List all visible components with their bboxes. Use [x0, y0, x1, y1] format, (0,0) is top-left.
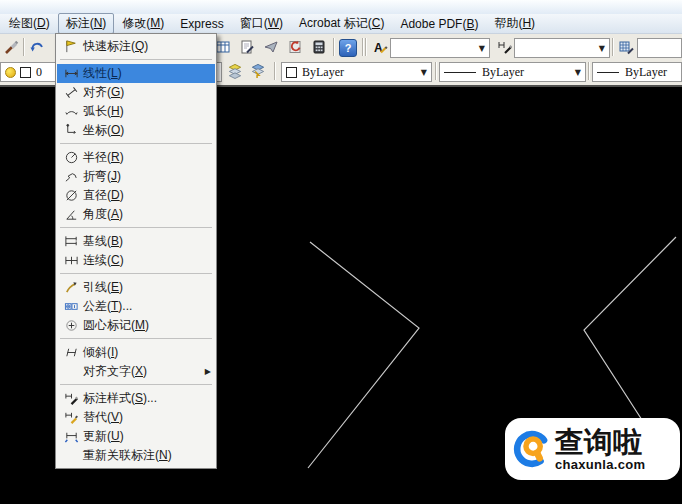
- toolbar-separator: [612, 38, 614, 56]
- color-value: ByLayer: [302, 65, 344, 80]
- menubar-item-2[interactable]: 修改(M): [114, 13, 172, 34]
- toolbar-separator: [435, 62, 437, 80]
- menu-item-0[interactable]: 快速标注(Q): [57, 37, 215, 56]
- menu-item-12[interactable]: 基线(B): [57, 232, 215, 251]
- menu-item-label: 对齐文字(X): [83, 363, 205, 380]
- menu-separator: [60, 384, 212, 385]
- menu-item-label: 圆心标记(M): [83, 317, 213, 334]
- menu-item-5[interactable]: 坐标(O): [57, 121, 215, 140]
- menu-item-7[interactable]: 半径(R): [57, 148, 215, 167]
- toolbar-separator: [362, 38, 364, 56]
- menu-item-label: 半径(R): [83, 149, 213, 166]
- menu-item-16[interactable]: 公差(T)...: [57, 297, 215, 316]
- menu-item-23[interactable]: 替代(V): [57, 408, 215, 427]
- tolerance-icon: [59, 299, 83, 314]
- linetype-value: ByLayer: [482, 65, 524, 80]
- menu-item-label: 对齐(G): [83, 84, 213, 101]
- menu-item-13[interactable]: 连续(C): [57, 251, 215, 270]
- layer-name: 0: [36, 65, 42, 80]
- menubar-item-3[interactable]: Express: [172, 15, 231, 33]
- menu-item-label: 坐标(O): [83, 122, 213, 139]
- submenu-arrow-icon: ▶: [205, 367, 211, 376]
- lineweight-value: ByLayer: [625, 65, 667, 80]
- table-style-button[interactable]: [617, 38, 635, 56]
- window-top-strip: [0, 0, 682, 14]
- color-combobox[interactable]: ByLayer ▼: [281, 62, 432, 82]
- baseline-icon: [59, 234, 83, 249]
- menu-item-19[interactable]: 倾斜(I): [57, 343, 215, 362]
- text-style-combobox[interactable]: ▼: [390, 38, 490, 58]
- menu-item-17[interactable]: 圆心标记(M): [57, 316, 215, 335]
- leader-icon: [59, 280, 83, 295]
- autocad-window: 绘图(D)标注(N)修改(M)Express窗口(W)Acrobat 标记(C)…: [0, 0, 682, 504]
- menu-item-4[interactable]: 弧长(H): [57, 102, 215, 121]
- markup-sheet-button[interactable]: [238, 38, 256, 56]
- linear-dimension-icon: [59, 66, 83, 81]
- menu-item-label: 替代(V): [83, 409, 213, 426]
- menu-item-22[interactable]: 标注样式(S)...: [57, 389, 215, 408]
- watermark: 查询啦 chaxunla.com: [505, 418, 680, 480]
- menu-item-24[interactable]: 更新(U): [57, 427, 215, 446]
- undo-button[interactable]: [28, 38, 46, 56]
- layer-on-bulb-icon: [5, 67, 16, 78]
- help-button[interactable]: ?: [339, 39, 357, 57]
- menu-item-label: 倾斜(I): [83, 344, 213, 361]
- toolbar-separator: [588, 62, 590, 80]
- menubar-item-7[interactable]: 帮助(H): [486, 13, 543, 34]
- menu-item-label: 基线(B): [83, 233, 213, 250]
- menu-item-label: 折弯(J): [83, 168, 213, 185]
- layer-color-swatch: [20, 67, 31, 78]
- quickcalc-button[interactable]: [310, 38, 328, 56]
- menubar-item-0[interactable]: 绘图(D): [1, 13, 58, 34]
- dimension-style-combobox[interactable]: ▼: [514, 38, 610, 58]
- menubar-item-1[interactable]: 标注(N): [58, 13, 115, 34]
- layer-previous-button[interactable]: [249, 62, 267, 80]
- radius-icon: [59, 150, 83, 165]
- menu-item-10[interactable]: 角度(A): [57, 205, 215, 224]
- dimension-style-button[interactable]: [496, 38, 514, 56]
- menu-separator: [60, 338, 212, 339]
- toolbar-separator: [333, 38, 335, 56]
- dimension-menu: 快速标注(Q)线性(L)对齐(G)弧长(H)坐标(O)半径(R)折弯(J)直径(…: [55, 33, 217, 469]
- menu-item-8[interactable]: 折弯(J): [57, 167, 215, 186]
- lineweight-combobox[interactable]: ByLayer: [592, 62, 682, 82]
- menu-item-label: 标注样式(S)...: [83, 390, 213, 407]
- toolbar-separator: [365, 38, 367, 56]
- toolbar-separator: [274, 62, 276, 80]
- angular-icon: [59, 207, 83, 222]
- menu-item-3[interactable]: 对齐(G): [57, 83, 215, 102]
- linetype-sample: [444, 72, 476, 73]
- menu-item-label: 连续(C): [83, 252, 213, 269]
- menubar-item-6[interactable]: Adobe PDF(B): [392, 15, 486, 33]
- aligned-dimension-icon: [59, 85, 83, 100]
- match-properties-button[interactable]: [3, 38, 21, 56]
- menu-item-9[interactable]: 直径(D): [57, 186, 215, 205]
- menu-item-label: 线性(L): [83, 65, 213, 82]
- publish-button[interactable]: [262, 38, 280, 56]
- menu-separator: [60, 59, 212, 60]
- menu-item-label: 角度(A): [83, 206, 213, 223]
- menubar-item-5[interactable]: Acrobat 标记(C): [291, 13, 392, 34]
- menu-item-2[interactable]: 线性(L): [57, 64, 215, 83]
- markup-set-manager-button[interactable]: [286, 38, 304, 56]
- menu-item-label: 更新(U): [83, 428, 213, 445]
- update-icon: [59, 429, 83, 444]
- chevron-down-icon: ▼: [575, 68, 581, 77]
- menu-item-15[interactable]: 引线(E): [57, 278, 215, 297]
- make-object-layer-current-button[interactable]: [226, 62, 244, 80]
- menubar: 绘图(D)标注(N)修改(M)Express窗口(W)Acrobat 标记(C)…: [0, 14, 682, 34]
- menu-item-label: 直径(D): [83, 187, 213, 204]
- menubar-item-4[interactable]: 窗口(W): [232, 13, 291, 34]
- menu-item-25[interactable]: 重新关联标注(N): [57, 446, 215, 465]
- watermark-domain: chaxunla.com: [555, 458, 645, 471]
- text-style-button[interactable]: [371, 38, 389, 56]
- chevron-down-icon: ▼: [421, 68, 427, 77]
- menu-item-label: 弧长(H): [83, 103, 213, 120]
- center-mark-icon: [59, 318, 83, 333]
- menu-item-20[interactable]: 对齐文字(X)▶: [57, 362, 215, 381]
- table-style-combobox[interactable]: [637, 38, 682, 58]
- menu-separator: [60, 273, 212, 274]
- linetype-combobox[interactable]: ByLayer ▼: [439, 62, 586, 82]
- menu-item-label: 重新关联标注(N): [83, 447, 213, 464]
- diameter-icon: [59, 188, 83, 203]
